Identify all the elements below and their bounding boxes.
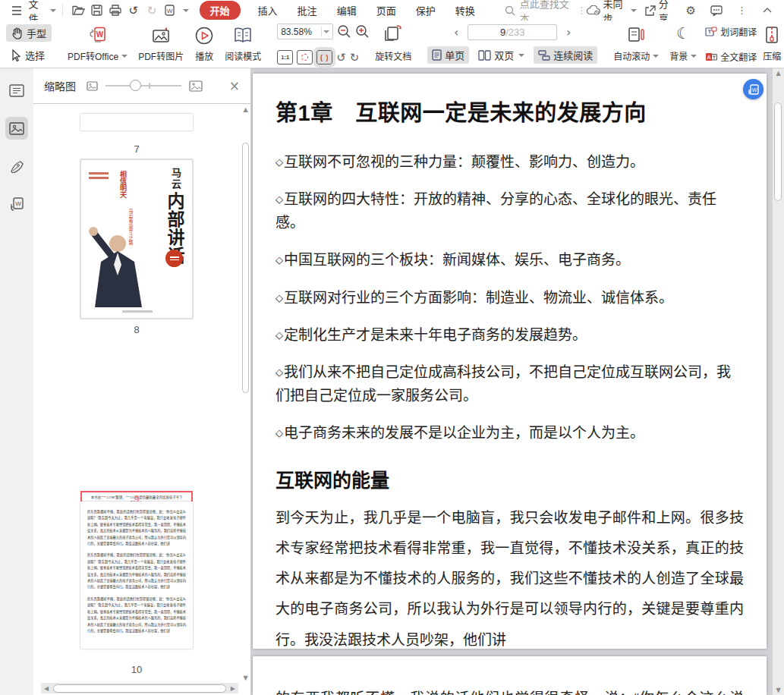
more-menu-icon[interactable]: ⋮: [735, 3, 749, 18]
left-rail: W: [0, 68, 33, 695]
tab-home[interactable]: 开始: [200, 1, 241, 20]
sidebar-vertical-scrollbar[interactable]: ▲ ▼: [241, 106, 250, 681]
next-page-line: 的东西我都听不懂，我说的话他们也觉得很奇怪，说：“你怎么会这么说呢？”我告: [276, 684, 744, 695]
compress-button[interactable]: 压缩: [760, 24, 784, 64]
rotate-cw-icon[interactable]: ↻: [350, 51, 360, 64]
tab-annotate[interactable]: 批注: [298, 3, 317, 17]
slider-handle[interactable]: [130, 80, 141, 91]
zoom-in-icon[interactable]: [355, 24, 370, 39]
pdf-page-9: 第1章 互联网一定是未来的发展方向 ◇互联网不可忽视的三种力量：颠覆性、影响力、…: [253, 74, 767, 649]
search-more-icon[interactable]: ⋮: [578, 5, 587, 16]
word-translate-icon: [705, 27, 717, 37]
outline-panel-icon[interactable]: [5, 79, 28, 102]
open-file-icon[interactable]: [71, 3, 85, 18]
export-word-icon[interactable]: W: [163, 3, 177, 18]
read-mode-button[interactable]: 阅读模式: [219, 24, 266, 64]
fit-page-button[interactable]: [297, 50, 313, 64]
sidebar-horizontal-scrollbar[interactable]: ◀ ▶: [41, 683, 238, 693]
pdf-to-office-button[interactable]: W PDF转Office: [62, 24, 133, 64]
background-label: 背景: [669, 49, 688, 62]
cover-note-lines: [89, 172, 109, 179]
thumbnails-panel-icon[interactable]: [5, 117, 28, 140]
fit-width-button[interactable]: ( ): [316, 50, 332, 64]
thumbnail-page-10[interactable]: 的东西我都听不懂，我说的话他们也觉得很奇怪，说：“你怎么会这么说呢？”我告到今天…: [80, 502, 193, 649]
document-viewport[interactable]: 第1章 互联网一定是未来的发展方向 ◇互联网不可忽视的三种力量：颠覆性、影响力、…: [250, 68, 773, 695]
auto-scroll-button[interactable]: 自动滚动: [608, 24, 664, 64]
sidebar-title: 缩略图: [44, 78, 76, 93]
bullet-item: ◇我们从来不把自己定位成高科技公司，不把自己定位成互联网公司，我们把自己定位成一…: [276, 361, 744, 407]
main-scroll-down-icon[interactable]: ▼: [773, 685, 784, 693]
settings-gear-icon[interactable]: ⚙: [684, 3, 697, 18]
rotate-document-label: 旋转文档: [375, 49, 411, 62]
thumbnail-label-10: 10: [80, 664, 193, 675]
thumbnail-label-8: 8: [80, 324, 193, 335]
chevron-down-icon[interactable]: [183, 9, 189, 12]
single-page-button[interactable]: 单页: [427, 46, 469, 64]
scroll-left-icon[interactable]: ◀: [41, 685, 52, 692]
continuous-read-button[interactable]: 连续阅读: [534, 46, 597, 64]
thumbnail-page-7[interactable]: [80, 114, 193, 131]
page-number-input[interactable]: 9/233: [468, 24, 557, 40]
next-page-icon[interactable]: ›: [561, 26, 576, 39]
sidebar-scroll-thumb[interactable]: [242, 143, 249, 393]
full-translate-button[interactable]: A 全文翻译: [702, 49, 760, 64]
double-page-button[interactable]: 双页: [474, 46, 529, 64]
hamburger-icon: [10, 3, 23, 18]
play-button[interactable]: 播放: [189, 24, 219, 64]
zoom-out-icon[interactable]: [337, 24, 351, 39]
tab-edit[interactable]: 编辑: [337, 3, 357, 17]
save-icon[interactable]: [90, 3, 103, 18]
tab-insert[interactable]: 插入: [258, 3, 278, 17]
sign-pen-icon[interactable]: [5, 155, 28, 178]
undo-icon[interactable]: ↺: [127, 3, 140, 18]
actual-size-button[interactable]: 1:1: [277, 50, 293, 64]
background-button[interactable]: ☾ 背景: [664, 24, 702, 64]
collapse-toolbar-icon[interactable]: [760, 3, 774, 18]
thumb10-paragraph: 的东西我都听不懂，我说的话他们也觉得很奇怪，说：“你怎么会这么说呢？”我告到今天…: [87, 596, 186, 634]
compress-icon: [764, 26, 779, 46]
tab-protect[interactable]: 保护: [416, 3, 436, 17]
redo-icon[interactable]: ↻: [145, 3, 159, 18]
section-heading: 互联网的能量: [276, 465, 744, 492]
prev-page-icon[interactable]: ‹: [449, 26, 464, 39]
bullet-item: ◇定制化生产才是未来十年电子商务的发展趋势。: [276, 324, 744, 347]
main-scroll-thumb[interactable]: [774, 102, 782, 201]
quick-convert-float-button[interactable]: W: [743, 79, 764, 99]
rotate-ccw-icon[interactable]: ↺: [336, 51, 346, 64]
word-doc-icon: W: [748, 84, 759, 95]
chevron-down-icon: [631, 9, 637, 12]
scroll-up-icon[interactable]: ▲: [241, 106, 250, 113]
export-word-rail-icon[interactable]: W: [5, 193, 28, 215]
main-vertical-scrollbar[interactable]: ▲ ▼: [773, 68, 784, 695]
sidebar-hscroll-thumb[interactable]: [53, 684, 226, 693]
rotate-document-button[interactable]: 旋转文档: [370, 24, 417, 64]
close-panel-icon[interactable]: ×: [229, 78, 240, 93]
main-scroll-up-icon[interactable]: ▲: [773, 68, 784, 77]
continuous-read-label: 连续阅读: [553, 48, 593, 62]
menubar: 文件 ↺ ↻ W 开始 插入 批注 编辑 页面 保护 转换 点此查找文本 ⋮ 未…: [0, 0, 784, 20]
thumbnail-size-slider[interactable]: [105, 80, 181, 92]
hand-tool-button[interactable]: 手型: [6, 24, 52, 42]
scroll-right-icon[interactable]: ▶: [228, 685, 238, 692]
feedback-comment-icon[interactable]: [710, 3, 723, 18]
large-thumbnail-icon[interactable]: [189, 80, 203, 92]
tab-page[interactable]: 页面: [376, 3, 396, 17]
zoom-level-select[interactable]: 83.58%: [277, 24, 333, 39]
svg-text:W: W: [167, 8, 173, 14]
pdf-to-office-icon: W: [88, 26, 108, 46]
select-tool-button[interactable]: 选择: [6, 46, 52, 64]
thumbnail-page-8[interactable]: 马云 内部讲话 相信明天 马云首谈奋斗之路: [80, 159, 193, 319]
play-label: 播放: [195, 49, 213, 62]
small-thumbnail-icon[interactable]: [87, 81, 98, 91]
word-translate-button[interactable]: 划词翻译: [702, 24, 760, 39]
tab-convert[interactable]: 转换: [455, 3, 475, 17]
pdf-to-image-button[interactable]: PDF转图片: [133, 24, 189, 64]
print-icon[interactable]: [108, 3, 121, 18]
thumbnail-sidebar: 缩略图 × 7 马云 内部讲话 相信明天: [33, 68, 250, 695]
fit-width-icon: ( ): [320, 54, 329, 61]
scroll-down-icon[interactable]: ▼: [241, 675, 250, 681]
word-translate-label: 划词翻译: [720, 25, 757, 38]
pdf-to-office-label: PDF转Office: [68, 49, 118, 62]
search-icon: [505, 5, 515, 16]
svg-text:A: A: [707, 54, 711, 61]
